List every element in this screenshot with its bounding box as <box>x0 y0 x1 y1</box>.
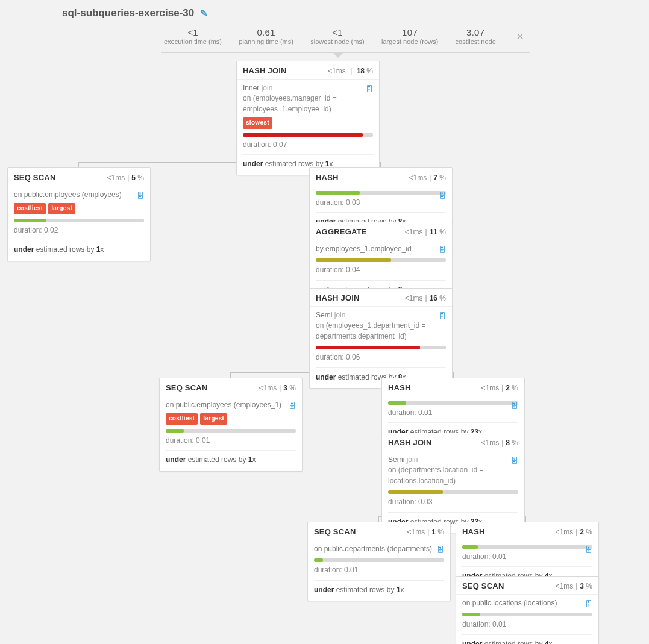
duration-line: duration: 0.03 <box>316 198 446 213</box>
database-icon[interactable]: 🗄 <box>439 245 446 255</box>
node-relation: on public.locations (locations) <box>462 598 592 608</box>
duration-line: duration: 0.03 <box>388 497 518 512</box>
node-condition: on (employees_1.department_id = departme… <box>316 320 446 342</box>
database-icon[interactable]: 🗄 <box>439 311 446 322</box>
node-join-type: Inner join <box>243 83 373 93</box>
estimate-line: under estimated rows by 4x <box>462 635 592 644</box>
duration-line: duration: 0.01 <box>462 552 592 567</box>
node-title: AGGREGATE <box>316 227 367 236</box>
database-icon[interactable]: 🗄 <box>511 456 518 466</box>
estimate-line: under estimated rows by 1x <box>166 451 296 465</box>
node-seqscan-employees1[interactable]: SEQ SCAN <1ms|3 % 🗄 on public.employees … <box>159 378 303 472</box>
node-tags: costliest largest <box>166 413 296 425</box>
stat-costliest-node: 3.07 costliest node <box>456 27 496 45</box>
node-metrics: <1ms|3 % <box>555 582 592 590</box>
page-title: sql-subqueries-exercise-30 ✎ <box>62 7 208 19</box>
stats-bar: <1 execution time (ms) 0.61 planning tim… <box>161 23 530 53</box>
duration-bar <box>388 401 518 405</box>
node-title: HASH <box>388 383 411 392</box>
database-icon[interactable]: 🗄 <box>366 84 373 95</box>
duration-bar <box>243 133 373 137</box>
tag-largest: largest <box>200 413 227 425</box>
node-relation: on public.employees (employees) <box>14 190 144 200</box>
node-metrics: <1ms|7 % <box>409 174 446 182</box>
node-title: HASH JOIN <box>388 438 432 447</box>
duration-line: duration: 0.01 <box>462 619 592 634</box>
node-title: HASH JOIN <box>243 66 287 75</box>
database-icon[interactable]: 🗄 <box>585 599 592 610</box>
stat-largest-node: 107 largest node (rows) <box>381 27 438 45</box>
node-metrics: <1ms | 18 % <box>328 67 373 75</box>
node-join-type: Semi join <box>316 310 446 320</box>
node-title: HASH <box>316 173 339 182</box>
duration-line: duration: 0.01 <box>314 565 444 580</box>
duration-bar <box>14 219 144 222</box>
duration-bar <box>316 191 446 195</box>
duration-line: duration: 0.02 <box>14 225 144 240</box>
node-metrics: <1ms|5 % <box>107 174 144 182</box>
duration-line: duration: 0.06 <box>316 352 446 367</box>
tag-largest: largest <box>48 203 75 214</box>
node-metrics: <1ms|11 % <box>405 228 446 236</box>
tag-costliest: costliest <box>166 413 198 425</box>
close-stats-icon[interactable]: × <box>513 30 527 42</box>
estimate-line: under estimated rows by 1x <box>314 581 444 595</box>
database-icon[interactable]: 🗄 <box>137 191 144 201</box>
node-join-type: Semi join <box>388 455 518 465</box>
duration-line: duration: 0.01 <box>388 408 518 423</box>
node-seqscan-departments[interactable]: SEQ SCAN <1ms|1 % 🗄 on public.department… <box>307 522 451 601</box>
node-metrics: <1ms|1 % <box>407 528 444 536</box>
stat-planning-time: 0.61 planning time (ms) <box>239 27 293 45</box>
plan-title: sql-subqueries-exercise-30 <box>62 7 194 19</box>
duration-bar <box>314 558 444 562</box>
estimate-line: under estimated rows by 1x <box>14 240 144 255</box>
node-seqscan-employees[interactable]: SEQ SCAN <1ms|5 % 🗄 on public.employees … <box>7 167 151 261</box>
duration-line: duration: 0.07 <box>243 140 373 155</box>
node-group-by: by employees_1.employee_id <box>316 244 446 254</box>
node-title: SEQ SCAN <box>314 527 356 536</box>
node-title: SEQ SCAN <box>14 173 56 182</box>
database-icon[interactable]: 🗄 <box>585 545 592 555</box>
node-condition: on (employees.manager_id = employees_1.e… <box>243 93 373 114</box>
node-metrics: <1ms|8 % <box>481 439 518 447</box>
edit-title-icon[interactable]: ✎ <box>200 8 208 19</box>
duration-bar <box>462 613 592 616</box>
node-hashjoin-root[interactable]: HASH JOIN <1ms | 18 % 🗄 Inner join on (e… <box>236 61 380 175</box>
database-icon[interactable]: 🗄 <box>289 401 296 411</box>
database-icon[interactable]: 🗄 <box>439 191 446 201</box>
node-title: HASH JOIN <box>316 293 360 302</box>
duration-line: duration: 0.01 <box>166 436 296 451</box>
duration-bar <box>316 258 446 262</box>
tag-costliest: costliest <box>14 203 46 214</box>
stats-pointer <box>332 52 344 58</box>
database-icon[interactable]: 🗄 <box>511 401 518 411</box>
node-seqscan-locations[interactable]: SEQ SCAN <1ms|3 % 🗄 on public.locations … <box>456 576 599 644</box>
node-title: HASH <box>462 527 485 536</box>
duration-bar <box>388 490 518 494</box>
node-title: SEQ SCAN <box>166 383 208 392</box>
node-relation: on public.departments (departments) <box>314 544 444 554</box>
stat-slowest-node: <1 slowest node (ms) <box>310 27 364 45</box>
duration-line: duration: 0.04 <box>316 265 446 280</box>
tag-slowest: slowest <box>243 117 272 129</box>
node-tags: costliest largest <box>14 203 144 214</box>
node-title: SEQ SCAN <box>462 581 504 590</box>
node-condition: on (departments.location_id = locations.… <box>388 465 518 486</box>
node-metrics: <1ms|2 % <box>555 528 592 536</box>
node-metrics: <1ms|2 % <box>481 384 518 392</box>
node-metrics: <1ms|16 % <box>405 294 446 302</box>
duration-bar <box>462 545 592 549</box>
duration-bar <box>316 346 446 349</box>
duration-bar <box>166 429 296 433</box>
stat-exec-time: <1 execution time (ms) <box>164 27 222 45</box>
database-icon[interactable]: 🗄 <box>437 545 444 555</box>
node-tags: slowest <box>243 117 373 129</box>
node-hashjoin-3[interactable]: HASH JOIN <1ms|8 % 🗄 Semi join on (depar… <box>381 433 525 533</box>
node-hashjoin-2[interactable]: HASH JOIN <1ms|16 % 🗄 Semi join on (empl… <box>309 288 453 389</box>
node-metrics: <1ms|3 % <box>259 384 296 392</box>
node-relation: on public.employees (employees_1) <box>166 400 296 410</box>
